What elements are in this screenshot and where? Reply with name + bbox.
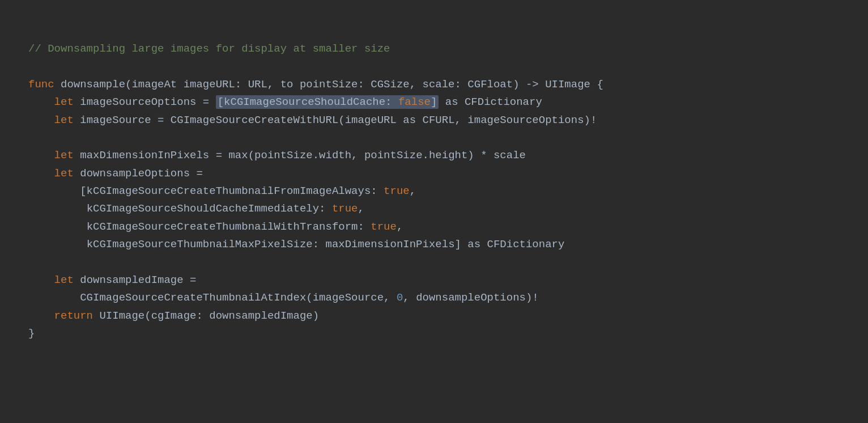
let-keyword-2: let	[54, 114, 74, 126]
func-keyword: func	[28, 78, 54, 91]
key-3: kCGImageSourceCreateThumbnailWithTransfo…	[87, 221, 371, 233]
code-container: // Downsampling large images for display…	[0, 0, 868, 423]
var-5: downsampledImage =	[74, 274, 197, 286]
let-keyword-3: let	[54, 149, 74, 162]
false-value-1: false	[398, 96, 431, 108]
let-keyword-5: let	[54, 274, 74, 286]
bracket-open-1: [kCGImageSourceShouldCache:	[218, 96, 398, 108]
var-3: maxDimensionInPixels = max(pointSize.wid…	[74, 149, 526, 162]
true-value-3: true	[371, 221, 397, 233]
return-value: UIImage(cgImage: downsampledImage)	[93, 310, 319, 322]
key-4: kCGImageSourceThumbnailMaxPixelSize: max…	[87, 238, 565, 251]
bracket-close-1: ]	[431, 96, 437, 108]
highlight-1: [kCGImageSourceShouldCache: false]	[216, 95, 439, 109]
code-block: // Downsampling large images for display…	[28, 23, 840, 361]
var-4: downsampleOptions =	[74, 167, 203, 180]
var-1: imageSourceOptions =	[74, 96, 216, 108]
comment-line: // Downsampling large images for display…	[28, 43, 390, 55]
true-value-1: true	[384, 185, 410, 197]
func-call-1-end: , downsampleOptions)!	[403, 291, 538, 304]
key-2: kCGImageSourceShouldCacheImmediately:	[87, 202, 332, 215]
comma-3: ,	[397, 221, 403, 233]
comma-1: ,	[410, 185, 416, 197]
closing-brace: }	[28, 327, 35, 340]
bracket-open-2: [kCGImageSourceCreateThumbnailFromImageA…	[80, 185, 384, 197]
as-cfdictionary-1: as CFDictionary	[439, 96, 542, 108]
func-name-text: downsample(imageAt imageURL: URL, to poi…	[54, 78, 526, 91]
func-call-1: CGImageSourceCreateThumbnailAtIndex(imag…	[80, 291, 397, 304]
zero-number: 0	[397, 291, 403, 304]
var-2: imageSource = CGImageSourceCreateWithURL…	[74, 114, 597, 126]
true-value-2: true	[332, 202, 358, 215]
return-type: UIImage {	[539, 78, 603, 91]
arrow: ->	[526, 78, 539, 91]
comma-2: ,	[358, 202, 364, 215]
let-keyword-1: let	[54, 96, 74, 108]
let-keyword-4: let	[54, 167, 74, 180]
return-keyword: return	[54, 310, 93, 322]
